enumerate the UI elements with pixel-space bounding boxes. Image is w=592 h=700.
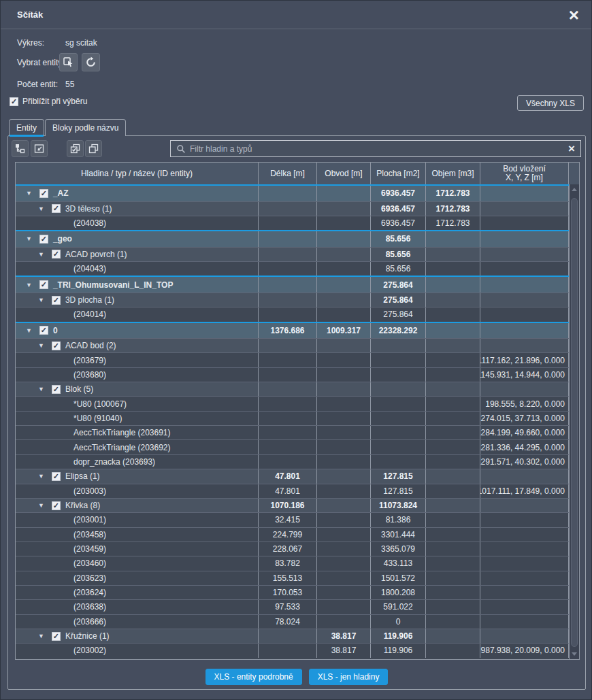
expand-triangle-icon[interactable]: ▼ xyxy=(38,297,44,303)
entity-row[interactable]: (204038)6936.4571712.783 xyxy=(16,216,570,230)
row-checkbox[interactable] xyxy=(52,472,61,481)
entity-row[interactable]: *U80 (100067)198.555, 8.220, 0.000 xyxy=(16,396,570,410)
tab-entity[interactable]: Entity xyxy=(9,119,44,136)
zoom-on-select-checkbox[interactable] xyxy=(10,97,18,106)
column-header-bod[interactable]: Bod vložení X, Y, Z [m] xyxy=(480,163,569,184)
tab-bloky-podle-nazvu[interactable]: Bloky podle názvu xyxy=(45,119,126,136)
expand-triangle-icon[interactable]: ▼ xyxy=(26,190,32,197)
obvod-cell xyxy=(317,353,371,367)
name-cell: (204043) xyxy=(16,262,259,276)
entity-count-value: 55 xyxy=(65,80,74,89)
xls-entities-detail-button[interactable]: XLS - entity podrobně xyxy=(205,669,302,685)
name-cell: ▼3D plocha (1) xyxy=(16,293,259,307)
all-xls-button[interactable]: Všechny XLS xyxy=(517,95,584,111)
objem-cell xyxy=(426,231,480,247)
clear-filter-icon[interactable]: × xyxy=(568,144,575,154)
row-checkbox[interactable] xyxy=(39,280,48,289)
type-row[interactable]: ▼Křivka (8)1070.18611073.824 xyxy=(16,498,570,512)
row-checkbox[interactable] xyxy=(39,326,48,335)
row-checkbox[interactable] xyxy=(52,341,61,350)
entity-row[interactable]: dopr_znacka (203693)1291.571, 40.302, 0.… xyxy=(16,454,570,469)
scrollbar-thumb[interactable] xyxy=(571,198,578,647)
entity-row[interactable]: AeccTickTriangle (203691)1284.199, 49.66… xyxy=(16,425,570,439)
expand-triangle-icon[interactable]: ▼ xyxy=(26,235,32,242)
entity-row[interactable]: (204014)275.864 xyxy=(16,307,570,321)
row-checkbox[interactable] xyxy=(52,204,61,213)
obvod-cell: 38.817 xyxy=(317,644,371,657)
insertion-point-cell xyxy=(480,307,569,321)
plocha-cell: 0 xyxy=(371,615,426,629)
scitak-dialog: Sčíták × Výkres: sg scitak Vybrat entity… xyxy=(0,0,592,700)
entity-row[interactable]: (203002)38.817119.906987.938, 20.009, 0.… xyxy=(16,643,570,657)
entity-row[interactable]: (203666)78.0240 xyxy=(16,614,570,629)
plocha-cell: 6936.457 xyxy=(371,202,426,216)
entity-row[interactable]: (203638)97.533591.022 xyxy=(16,599,570,614)
plocha-cell: 275.864 xyxy=(371,293,426,307)
insertion-point-cell xyxy=(480,542,569,556)
entity-row[interactable]: (203001)32.41581.386 xyxy=(16,512,570,527)
layer-row[interactable]: ▼_AZ6936.4571712.783 xyxy=(16,184,570,201)
expand-triangle-icon[interactable]: ▼ xyxy=(38,386,44,393)
entity-row[interactable]: (203624)170.0531800.208 xyxy=(16,585,570,599)
entity-row[interactable]: (203003)47.801127.8151017.111, 17.849, 0… xyxy=(16,484,570,498)
column-header-plocha[interactable]: Plocha [m2] xyxy=(371,163,426,184)
expand-triangle-icon[interactable]: ▼ xyxy=(38,473,44,480)
expand-triangle-icon[interactable]: ▼ xyxy=(38,342,44,349)
entity-row[interactable]: AeccTickTriangle (203692)1281.336, 44.29… xyxy=(16,439,570,454)
insertion-point-cell: 1017.111, 17.849, 0.000 xyxy=(480,484,569,498)
entity-row[interactable]: (203623)155.5131501.572 xyxy=(16,571,570,585)
type-row[interactable]: ▼Blok (5) xyxy=(16,382,570,396)
scrollbar-up-icon[interactable] xyxy=(572,188,577,191)
column-header-name[interactable]: Hladina / typ / název (ID entity) xyxy=(16,163,259,184)
row-checkbox[interactable] xyxy=(52,250,61,259)
column-header-delka[interactable]: Délka [m] xyxy=(259,163,317,184)
type-row[interactable]: ▼3D těleso (1)6936.4571712.783 xyxy=(16,201,570,216)
entity-row[interactable]: *U80 (91040)274.015, 37.713, 0.000 xyxy=(16,411,570,425)
collapse-tree-button[interactable] xyxy=(31,140,48,157)
expand-triangle-icon[interactable]: ▼ xyxy=(38,502,44,509)
objem-cell xyxy=(426,382,480,396)
row-checkbox[interactable] xyxy=(39,189,48,198)
close-icon[interactable]: × xyxy=(569,8,579,22)
expand-triangle-icon[interactable]: ▼ xyxy=(38,251,44,258)
row-checkbox[interactable] xyxy=(52,385,61,394)
expand-triangle-icon[interactable]: ▼ xyxy=(26,327,32,334)
entity-row[interactable]: (203460)83.782433.113 xyxy=(16,556,570,570)
type-row[interactable]: ▼Křužnice (1)38.817119.906 xyxy=(16,629,570,643)
entity-row[interactable]: (203458)224.7993301.444 xyxy=(16,527,570,541)
layer-row[interactable]: ▼01376.6861009.31722328.292 xyxy=(16,322,570,339)
entity-row[interactable]: (203679)1117.162, 21.896, 0.000 xyxy=(16,352,570,367)
entity-row[interactable]: (204043)85.656 xyxy=(16,261,570,276)
scrollbar-down-icon[interactable] xyxy=(572,652,577,656)
refresh-button[interactable] xyxy=(82,53,100,71)
xls-layers-only-button[interactable]: XLS - jen hladiny xyxy=(309,669,389,685)
table-scrollbar[interactable] xyxy=(569,184,579,659)
expand-triangle-icon[interactable]: ▼ xyxy=(38,633,44,639)
type-row[interactable]: ▼ACAD bod (2) xyxy=(16,338,570,352)
insertion-point-cell xyxy=(480,615,569,629)
expand-tree-button[interactable] xyxy=(12,140,29,157)
delka-cell: 1070.186 xyxy=(259,499,317,512)
zoom-on-select-row: Přiblížit při výběru xyxy=(10,97,87,106)
type-row[interactable]: ▼3D plocha (1)275.864 xyxy=(16,293,570,307)
check-all-button[interactable] xyxy=(67,140,84,157)
row-checkbox[interactable] xyxy=(52,501,61,510)
expand-triangle-icon[interactable]: ▼ xyxy=(38,205,44,212)
layer-row[interactable]: ▼_TRI_Ohumusovani_L_IN_TOP275.864 xyxy=(16,276,570,293)
select-entities-button[interactable] xyxy=(59,53,78,71)
column-header-obvod[interactable]: Obvod [m] xyxy=(317,163,371,184)
row-checkbox[interactable] xyxy=(52,296,61,305)
entity-row[interactable]: (203459)228.0673365.079 xyxy=(16,541,570,556)
type-row[interactable]: ▼Elipsa (1)47.801127.815 xyxy=(16,469,570,483)
row-checkbox[interactable] xyxy=(39,235,48,244)
filter-field: × xyxy=(170,140,581,157)
delka-cell: 228.067 xyxy=(259,542,317,556)
expand-triangle-icon[interactable]: ▼ xyxy=(26,282,32,288)
row-checkbox[interactable] xyxy=(52,632,61,641)
layer-row[interactable]: ▼_geo85.656 xyxy=(16,230,570,247)
filter-input[interactable] xyxy=(190,144,564,154)
uncheck-all-button[interactable] xyxy=(85,140,102,157)
entity-row[interactable]: (203680)1145.931, 14.944, 0.000 xyxy=(16,367,570,382)
column-header-objem[interactable]: Objem [m3] xyxy=(426,163,480,184)
type-row[interactable]: ▼ACAD povrch (1)85.656 xyxy=(16,247,570,261)
